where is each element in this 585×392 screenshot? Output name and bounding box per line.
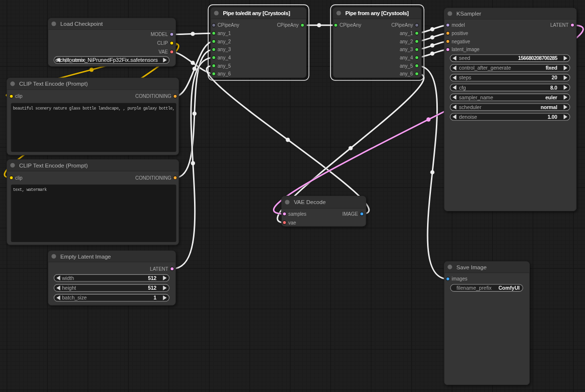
svg-text:ComfyUI: ComfyUI — [498, 285, 520, 291]
svg-text:vae: vae — [288, 220, 296, 225]
svg-text:CPipeAny: CPipeAny — [217, 22, 239, 28]
svg-text:euler: euler — [546, 94, 557, 100]
svg-text:latent_image: latent_image — [451, 47, 480, 52]
svg-text:any_6: any_6 — [400, 71, 413, 76]
svg-text:Pipe to/edit any [Crystools]: Pipe to/edit any [Crystools] — [223, 10, 290, 16]
svg-text:text, watermark: text, watermark — [13, 187, 47, 192]
svg-text:negative: negative — [451, 39, 470, 44]
svg-text:any_3: any_3 — [400, 47, 413, 52]
svg-text:filename_prefix: filename_prefix — [457, 285, 492, 291]
svg-text:VAE: VAE — [158, 49, 168, 55]
svg-text:CONDITIONING: CONDITIONING — [136, 175, 172, 181]
svg-text:LATENT: LATENT — [150, 266, 169, 272]
svg-text:MODEL: MODEL — [151, 32, 168, 37]
svg-text:fixed: fixed — [546, 65, 557, 71]
svg-text:clip: clip — [15, 93, 22, 99]
svg-text:any_5: any_5 — [400, 63, 413, 69]
svg-text:any_5: any_5 — [217, 63, 231, 69]
svg-text:steps: steps — [459, 75, 471, 80]
svg-text:CPipeAny: CPipeAny — [340, 22, 361, 28]
svg-text:CLIP Text Encode (Prompt): CLIP Text Encode (Prompt) — [19, 162, 88, 168]
svg-text:images: images — [452, 276, 468, 281]
svg-text:512: 512 — [148, 275, 156, 281]
svg-text:scheduler: scheduler — [459, 104, 482, 110]
svg-text:IMAGE: IMAGE — [342, 211, 358, 217]
svg-text:any_1: any_1 — [217, 31, 231, 36]
svg-text:cfg: cfg — [459, 85, 466, 91]
svg-text:Save Image: Save Image — [456, 264, 487, 270]
svg-text:seed: seed — [459, 55, 470, 61]
svg-text:1.00: 1.00 — [547, 114, 557, 120]
svg-text:d\chilloutmix_NiPrunedFp32Fix.: d\chilloutmix_NiPrunedFp32Fix.safetensor… — [56, 57, 158, 63]
svg-text:any_2: any_2 — [400, 39, 413, 44]
svg-text:1: 1 — [154, 295, 156, 300]
svg-text:batch_size: batch_size — [62, 295, 87, 300]
svg-text:CPipeAny: CPipeAny — [277, 22, 298, 28]
svg-text:Empty Latent Image: Empty Latent Image — [60, 253, 111, 260]
svg-text:LATENT: LATENT — [550, 22, 569, 28]
svg-text:20: 20 — [552, 75, 558, 80]
svg-text:width: width — [61, 275, 74, 281]
svg-text:sampler_name: sampler_name — [459, 94, 493, 100]
svg-text:156680208700285: 156680208700285 — [518, 55, 558, 61]
svg-text:normal: normal — [541, 104, 557, 110]
svg-text:CLIP Text Encode (Prompt): CLIP Text Encode (Prompt) — [19, 80, 88, 87]
svg-text:CLIP: CLIP — [157, 40, 168, 46]
svg-text:Pipe from any [Crystools]: Pipe from any [Crystools] — [345, 10, 409, 16]
svg-text:positive: positive — [451, 31, 468, 36]
svg-text:CONDITIONING: CONDITIONING — [136, 93, 172, 99]
svg-text:any_4: any_4 — [400, 55, 413, 60]
svg-text:samples: samples — [288, 211, 306, 217]
svg-text:KSampler: KSampler — [456, 10, 481, 17]
svg-text:any_3: any_3 — [217, 47, 231, 52]
svg-text:any_1: any_1 — [400, 31, 413, 36]
svg-text:model: model — [451, 22, 465, 28]
svg-text:control_after_generate: control_after_generate — [459, 65, 511, 71]
svg-text:Load Checkpoint: Load Checkpoint — [60, 20, 103, 27]
svg-text:height: height — [62, 285, 76, 291]
svg-text:any_2: any_2 — [217, 39, 231, 44]
svg-text:clip: clip — [15, 175, 22, 181]
svg-text:512: 512 — [148, 285, 156, 291]
svg-text:any_6: any_6 — [217, 71, 231, 76]
svg-text:CPipeAny: CPipeAny — [391, 22, 413, 28]
svg-text:8.0: 8.0 — [550, 85, 557, 91]
svg-text:beautiful scenery nature glass: beautiful scenery nature glass bottle la… — [13, 106, 175, 111]
svg-text:any_4: any_4 — [217, 55, 231, 60]
svg-text:VAE Decode: VAE Decode — [294, 199, 326, 205]
svg-text:denoise: denoise — [459, 114, 477, 120]
